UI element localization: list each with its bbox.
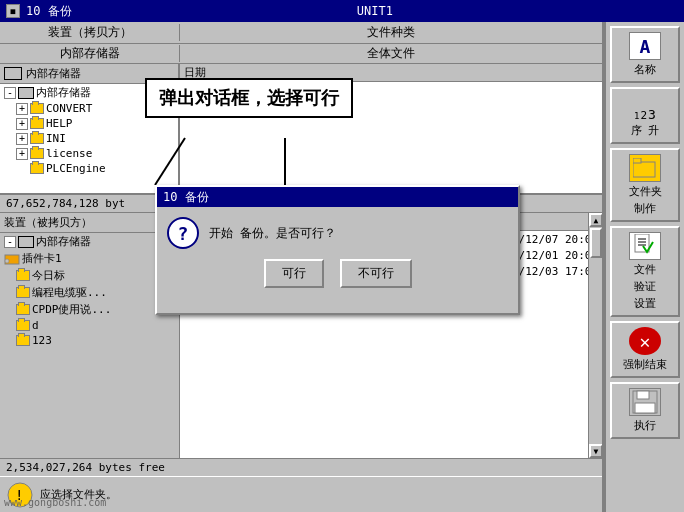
filetype-left: 内部存储器 xyxy=(0,45,180,62)
col-header-right: 文件种类 xyxy=(180,24,602,41)
col-header-left: 装置（拷贝方） xyxy=(0,24,180,41)
title-text-center: UNIT1 xyxy=(72,4,678,18)
second-tree-today[interactable]: 今日标 xyxy=(0,267,179,284)
svg-rect-17 xyxy=(637,391,649,399)
watermark-text: www.gongboshi.com xyxy=(4,497,106,508)
expand-icon-s0[interactable]: - xyxy=(4,236,16,248)
left-second-panel[interactable]: 装置（被拷贝方） - 内部存储器 插件卡1 今日标 xyxy=(0,213,180,458)
svg-rect-11 xyxy=(633,158,641,163)
dialog-title-text: 10 备份 xyxy=(163,189,209,206)
second-tree-cpdp[interactable]: CPDP使用说... xyxy=(0,301,179,318)
tree-item-label: CONVERT xyxy=(46,102,92,115)
tree-item-plcengine[interactable]: PLCEngine xyxy=(0,161,178,176)
svg-rect-18 xyxy=(635,403,655,413)
folder-icon-ini xyxy=(30,133,44,144)
expand-icon-license[interactable]: + xyxy=(16,148,28,160)
dialog-body: ? 开始 备份。是否可行？ 可行 不可行 xyxy=(157,207,518,298)
title-text-left: 10 备份 xyxy=(26,3,72,20)
second-tree-d[interactable]: d xyxy=(0,318,179,333)
watermark: www.gongboshi.com xyxy=(4,497,106,508)
second-panel-header: 装置（被拷贝方） xyxy=(0,213,179,233)
second-tree-label-5: d xyxy=(32,319,39,332)
drive-icon-s0 xyxy=(18,236,34,248)
tree-item-label: HELP xyxy=(46,117,73,130)
sidebar-btn-folder-label2: 制作 xyxy=(634,201,656,216)
second-tree-cable[interactable]: 编程电缆驱... xyxy=(0,284,179,301)
x-icon: ✕ xyxy=(629,327,661,355)
tree-header-label: 内部存储器 xyxy=(26,66,81,81)
folder-create-icon xyxy=(629,154,661,182)
sidebar-btn-name-label: 名称 xyxy=(634,62,656,77)
app-icon: ■ xyxy=(6,4,20,18)
sidebar-btn-name[interactable]: A 名称 xyxy=(610,26,680,83)
column-headers: 装置（拷贝方） 文件种类 xyxy=(0,22,602,44)
second-panel-header-label: 装置（被拷贝方） xyxy=(4,215,92,230)
right-sidebar: A 名称 1 2 3 序 升 文件夹 制作 xyxy=(604,22,684,512)
sidebar-btn-file-verify[interactable]: 文件 验证 设置 xyxy=(610,226,680,317)
sidebar-btn-order[interactable]: 1 2 3 序 升 xyxy=(610,87,680,144)
filetype-row: 内部存储器 全体文件 xyxy=(0,44,602,64)
sidebar-btn-order-label: 序 升 xyxy=(631,123,660,138)
folder-icon-cable xyxy=(16,287,30,298)
sidebar-btn-force-end[interactable]: ✕ 强制结束 xyxy=(610,321,680,378)
expand-icon-help[interactable]: + xyxy=(16,118,28,130)
tree-item-ini[interactable]: + INI xyxy=(0,131,178,146)
sidebar-btn-execute-label: 执行 xyxy=(634,418,656,433)
scroll-up-btn[interactable]: ▲ xyxy=(589,213,602,227)
title-bar-left: ■ 10 备份 xyxy=(6,3,72,20)
title-bar: ■ 10 备份 UNIT1 xyxy=(0,0,684,22)
callout-text: 弹出对话框，选择可行 xyxy=(159,87,339,108)
sidebar-btn-execute[interactable]: 执行 xyxy=(610,382,680,439)
dialog-message-text: 开始 备份。是否可行？ xyxy=(209,225,336,242)
folder-icon-license xyxy=(30,148,44,159)
dialog-cancel-button[interactable]: 不可行 xyxy=(340,259,412,288)
tree-item-label: PLCEngine xyxy=(46,162,106,175)
save-icon xyxy=(629,388,661,416)
scrollbar-right[interactable]: ▲ ▼ xyxy=(588,213,602,458)
expand-icon-ini[interactable]: + xyxy=(16,133,28,145)
sidebar-btn-folder-label1: 文件夹 xyxy=(629,184,662,199)
status-bar: 2,534,027,264 bytes free xyxy=(0,458,602,476)
folder-icon-plcengine xyxy=(30,163,44,174)
folder-icon-d xyxy=(16,320,30,331)
svg-rect-10 xyxy=(633,162,655,177)
scroll-thumb[interactable] xyxy=(590,228,602,258)
folder-icon-123 xyxy=(16,335,30,346)
question-icon: ? xyxy=(167,217,199,249)
second-tree-internal[interactable]: - 内部存储器 xyxy=(0,233,179,250)
second-tree-label-1: 插件卡1 xyxy=(22,251,62,266)
second-tree-label-0: 内部存储器 xyxy=(36,234,91,249)
second-tree-label-6: 123 xyxy=(32,334,52,347)
a-icon: A xyxy=(629,32,661,60)
dialog-title: 10 备份 xyxy=(157,187,518,207)
dialog-buttons: 可行 不可行 xyxy=(167,259,508,288)
folder-icon-today xyxy=(16,270,30,281)
sidebar-btn-file-label1: 文件 xyxy=(634,262,656,277)
second-tree-card[interactable]: 插件卡1 xyxy=(0,250,179,267)
second-tree-label-2: 今日标 xyxy=(32,268,65,283)
dialog-overlay: 10 备份 ? 开始 备份。是否可行？ 可行 不可行 xyxy=(155,185,520,315)
sidebar-btn-file-label2: 验证 xyxy=(634,279,656,294)
dialog-message: ? 开始 备份。是否可行？ xyxy=(167,217,508,249)
tree-item-label: license xyxy=(46,147,92,160)
tree-item-license[interactable]: + license xyxy=(0,146,178,161)
file-verify-icon xyxy=(629,232,661,260)
drive-icon xyxy=(4,67,22,80)
svg-rect-12 xyxy=(635,234,649,252)
expand-icon[interactable]: - xyxy=(4,87,16,99)
second-tree-123[interactable]: 123 xyxy=(0,333,179,348)
seq-icon: 1 2 3 xyxy=(629,93,661,121)
filetype-right: 全体文件 xyxy=(180,45,602,62)
svg-point-1 xyxy=(5,259,9,263)
dialog-ok-button[interactable]: 可行 xyxy=(264,259,324,288)
card-icon xyxy=(4,253,20,265)
expand-icon-convert[interactable]: + xyxy=(16,103,28,115)
tree-item-help[interactable]: + HELP xyxy=(0,116,178,131)
sidebar-btn-file-label3: 设置 xyxy=(634,296,656,311)
scroll-down-btn[interactable]: ▼ xyxy=(589,444,602,458)
callout-box: 弹出对话框，选择可行 xyxy=(145,78,353,118)
sidebar-btn-force-label: 强制结束 xyxy=(623,357,667,372)
second-tree-label-3: 编程电缆驱... xyxy=(32,285,107,300)
tree-item-label: 内部存储器 xyxy=(36,85,91,100)
sidebar-btn-folder-create[interactable]: 文件夹 制作 xyxy=(610,148,680,222)
